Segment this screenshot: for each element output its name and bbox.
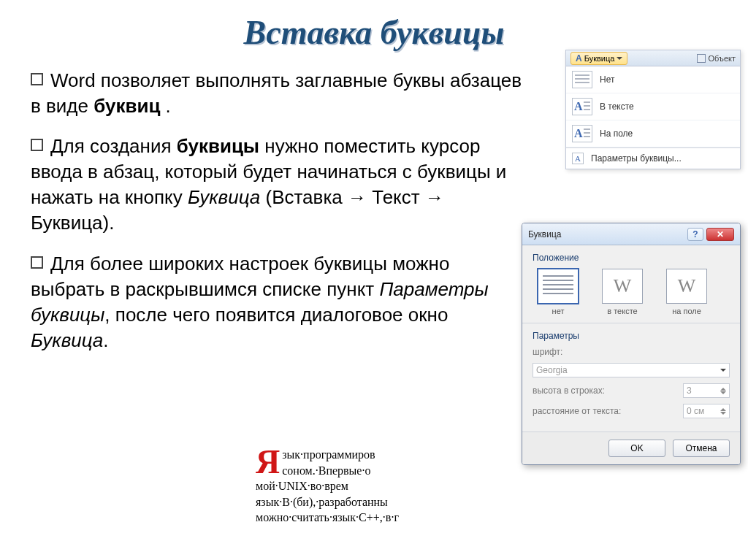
bullet-1: Word позволяет выполнять заглавные буквы… [31, 68, 526, 119]
dropdown-item-in-margin[interactable]: A На поле [566, 120, 740, 147]
ribbon-toolbar: A Буквица Объект [566, 50, 740, 66]
bold-text: буквиц [94, 95, 160, 117]
button-label: Объект [709, 54, 736, 63]
dropdown-item-params[interactable]: A Параметры буквицы... [566, 147, 740, 169]
main-content: Word позволяет выполнять заглавные буквы… [0, 52, 526, 353]
dropcap-example: Я зык·программиров соном.·Впервые·о мой·… [256, 447, 526, 526]
page-title: Вставка буквицы [0, 0, 748, 52]
item-label: В тексте [600, 101, 634, 112]
position-none[interactable]: нет [533, 269, 584, 315]
font-row: шрифт: [533, 347, 730, 357]
arrow-icon: → [348, 186, 367, 208]
dialog-body: Положение нет W в тексте W на поле Парам… [522, 245, 740, 431]
pos-in-text-icon: W [602, 269, 643, 304]
example-line: язык·B·(би),·разработанны [256, 496, 388, 508]
position-options: нет W в тексте W на поле [533, 269, 730, 315]
dialog-title: Буквица [528, 229, 562, 239]
dropdown-item-in-text[interactable]: A В тексте [566, 93, 740, 120]
height-spinner[interactable]: 3 [683, 383, 730, 398]
pos-label: нет [552, 307, 565, 315]
example-line: соном.·Впервые·о [282, 464, 370, 477]
section-params-label: Параметры [533, 331, 730, 341]
dialog-titlebar: Буквица ? ✕ [522, 223, 740, 245]
distance-spinner[interactable]: 0 см [683, 404, 730, 418]
pos-in-margin-icon: W [666, 269, 707, 304]
distance-label: расстояние от текста: [533, 406, 683, 416]
ribbon-dropdown: A Буквица Объект Нет A В тексте A На пол… [565, 50, 741, 169]
example-line: можно·считать·язык·С++,·в·г [256, 511, 399, 523]
dropcap-dialog: Буквица ? ✕ Положение нет W в тексте W н… [522, 223, 741, 465]
settings-a-icon: A [572, 153, 584, 164]
help-button[interactable]: ? [687, 228, 703, 241]
section-position-label: Положение [533, 253, 730, 263]
italic-text: Буквица [31, 329, 103, 351]
font-value: Georgia [536, 365, 568, 375]
dropcap-ribbon-button[interactable]: A Буквица [570, 52, 627, 65]
text: Буквица). [31, 212, 114, 234]
bullet-icon [31, 73, 43, 85]
item-label: На поле [600, 129, 633, 139]
font-label: шрифт: [533, 347, 730, 357]
distance-row: расстояние от текста: 0 см [533, 404, 730, 418]
bullet-3: Для более широких настроек буквицы можно… [31, 251, 526, 353]
no-dropcap-icon [572, 71, 592, 88]
spinner-buttons[interactable] [720, 388, 726, 394]
text: . [160, 95, 170, 117]
example-line: мой·UNIX·во·врем [256, 480, 348, 492]
font-select[interactable]: Georgia [533, 363, 730, 377]
bold-text: буквицы [177, 135, 259, 157]
height-row: высота в строках: 3 [533, 383, 730, 398]
dropcap-in-text-icon: A [572, 98, 592, 115]
dropcap-letter: Я [256, 448, 280, 476]
object-ribbon-button[interactable]: Объект [697, 54, 736, 63]
text: . [103, 329, 108, 351]
dialog-footer: OK Отмена [522, 431, 740, 464]
object-icon [697, 54, 706, 63]
distance-value: 0 см [687, 406, 704, 416]
pos-none-icon [538, 269, 579, 304]
dropdown-item-none[interactable]: Нет [566, 66, 740, 93]
text: Текст [367, 186, 425, 208]
text: , после чего появится диалоговое окно [104, 304, 448, 326]
pos-label: в тексте [607, 307, 637, 315]
dropdown-list: Нет A В тексте A На поле A Параметры бук… [566, 66, 740, 169]
pos-label: на поле [672, 307, 701, 315]
close-button[interactable]: ✕ [706, 228, 734, 241]
position-in-margin[interactable]: W на поле [661, 269, 712, 315]
height-label: высота в строках: [533, 386, 683, 396]
ok-button[interactable]: OK [608, 440, 665, 457]
bullet-icon [31, 139, 43, 151]
button-label: Буквица [584, 54, 615, 63]
bullet-2: Для создания буквицы нужно поместить кур… [31, 134, 526, 236]
chevron-down-icon [617, 57, 622, 60]
italic-text: Буквица [188, 186, 260, 208]
example-line: зык·программиров [282, 448, 375, 461]
item-label: Параметры буквицы... [591, 153, 682, 164]
arrow-icon: → [425, 186, 444, 208]
height-value: 3 [687, 386, 692, 396]
text: (Вставка [260, 186, 348, 208]
dropcap-in-margin-icon: A [572, 125, 592, 142]
chevron-down-icon [720, 369, 726, 372]
letter-a-icon: A [576, 53, 582, 64]
spinner-buttons[interactable] [720, 408, 726, 415]
item-label: Нет [600, 74, 614, 85]
bullet-icon [31, 256, 43, 269]
text: Для создания [50, 135, 177, 157]
cancel-button[interactable]: Отмена [673, 440, 730, 457]
position-in-text[interactable]: W в тексте [597, 269, 648, 315]
